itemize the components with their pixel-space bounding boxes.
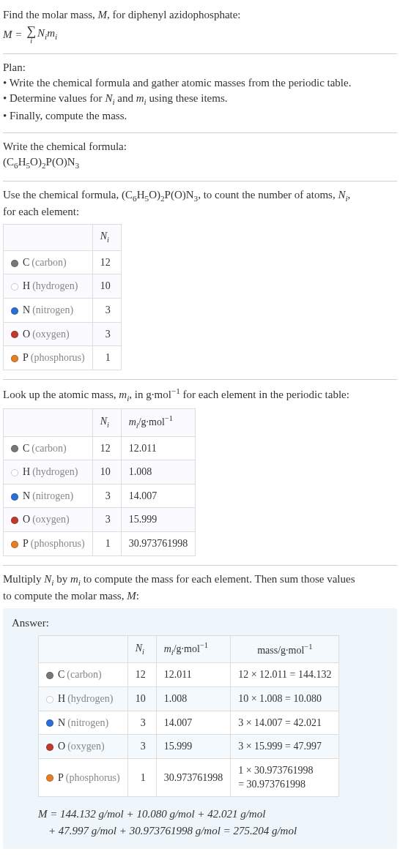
element-swatch (11, 493, 18, 501)
element-name: (hydrogen) (32, 466, 78, 477)
lookup-heading: Look up the atomic mass, mi, in g·mol−1 … (3, 386, 397, 405)
ni-value: 3 (127, 735, 156, 759)
element-swatch (11, 260, 18, 267)
mi-value: 1.008 (121, 460, 196, 484)
mass-value-line2: = 30.973761998 (238, 777, 331, 792)
count-atoms-section: Use the chemical formula, (C6H5O)2P(O)N3… (3, 184, 397, 376)
divider (3, 379, 397, 380)
element-swatch (46, 774, 53, 782)
table-row: N(nitrogen) 3 14.007 3 × 14.007 = 42.021 (39, 711, 339, 735)
mi-value: 14.007 (156, 711, 231, 735)
multiply-heading-line2: to compute the molar mass, M: (3, 588, 397, 604)
ni-value: 3 (92, 484, 121, 508)
table-row: H(hydrogen) 10 1.008 (4, 460, 196, 484)
answer-table: Ni mi/g·mol−1 mass/g·mol−1 C(carbon) 12 … (38, 635, 339, 797)
table-header-ni: Ni (92, 409, 121, 436)
element-swatch (46, 672, 53, 679)
mi-value: 30.973761998 (156, 758, 231, 796)
table-row: O(oxygen) 3 15.999 3 × 15.999 = 47.997 (39, 735, 339, 759)
element-name: (phosphorus) (31, 352, 85, 363)
element-symbol: P (58, 772, 64, 783)
element-swatch (11, 469, 18, 476)
element-swatch (46, 744, 53, 751)
table-header-blank (39, 636, 128, 663)
element-name: (hydrogen) (67, 693, 113, 704)
ni-value: 3 (92, 298, 121, 322)
divider (3, 132, 397, 133)
table-header-mi: mi/g·mol−1 (156, 636, 231, 663)
ni-value: 12 (92, 436, 121, 460)
atomic-mass-table: Ni mi/g·mol−1 C(carbon) 12 12.011 H(hydr… (3, 408, 196, 555)
mi-value: 15.999 (121, 508, 196, 532)
divider (3, 565, 397, 566)
element-symbol: O (23, 329, 30, 340)
element-symbol: C (58, 669, 64, 680)
atom-count-table: Ni C(carbon) 12 H(hydrogen) 10 N(nitroge… (3, 224, 122, 370)
table-header-row: Ni (4, 225, 122, 250)
ni-value: 3 (127, 711, 156, 735)
final-line2: + 47.997 g/mol + 30.973761998 g/mol = 27… (38, 823, 388, 839)
ni-value: 12 (92, 250, 121, 274)
answer-box: Answer: Ni mi/g·mol−1 mass/g·mol−1 C(car… (3, 608, 397, 849)
element-swatch (11, 445, 18, 452)
table-row: P(phosphorus) 1 30.973761998 1 × 30.9737… (39, 758, 339, 796)
ni-value: 10 (92, 460, 121, 484)
element-name: (phosphorus) (66, 772, 120, 783)
problem-text: Find the molar mass, M, for diphenyl azi… (3, 7, 397, 23)
table-row: H(hydrogen) 10 (4, 274, 122, 299)
count-atoms-heading-line2: for each element: (3, 204, 397, 220)
table-row: N(nitrogen) 3 (4, 298, 122, 322)
plan-heading: Plan: (3, 60, 397, 75)
element-symbol: H (23, 280, 30, 291)
table-row: N(nitrogen) 3 14.007 (4, 484, 196, 508)
element-name: (carbon) (32, 443, 66, 454)
ni-value: 12 (127, 663, 156, 687)
element-name: (carbon) (32, 257, 66, 268)
write-formula-heading: Write the chemical formula: (3, 139, 397, 154)
plan-item: • Finally, compute the mass. (3, 108, 397, 124)
mass-value: 1 × 30.973761998 = 30.973761998 (231, 758, 339, 796)
table-header-mass: mass/g·mol−1 (231, 636, 339, 663)
table-header-row: Ni mi/g·mol−1 (4, 409, 196, 436)
final-line1: M = 144.132 g/mol + 10.080 g/mol + 42.02… (38, 806, 388, 823)
element-symbol: P (23, 352, 29, 363)
element-swatch (46, 719, 53, 727)
element-symbol: O (58, 741, 65, 752)
count-atoms-heading: Use the chemical formula, (C6H5O)2P(O)N3… (3, 187, 397, 205)
plan-section: Plan: • Write the chemical formula and g… (3, 57, 397, 130)
mass-value-line1: 1 × 30.973761998 (238, 763, 331, 778)
element-symbol: H (23, 466, 30, 477)
element-symbol: H (58, 693, 65, 704)
element-swatch (11, 331, 18, 338)
element-name: (carbon) (67, 669, 101, 680)
element-name: (phosphorus) (31, 538, 85, 549)
element-swatch (11, 541, 18, 548)
mass-value: 3 × 14.007 = 42.021 (231, 711, 339, 735)
ni-value: 10 (127, 687, 156, 711)
table-row: P(phosphorus) 1 (4, 346, 122, 370)
divider (3, 181, 397, 182)
element-swatch (11, 307, 18, 315)
table-row: C(carbon) 12 12.011 12 × 12.011 = 144.13… (39, 663, 339, 687)
table-row: H(hydrogen) 10 1.008 10 × 1.008 = 10.080 (39, 687, 339, 711)
table-row: O(oxygen) 3 15.999 (4, 508, 196, 532)
element-symbol: N (58, 717, 65, 728)
final-calculation: M = 144.132 g/mol + 10.080 g/mol + 42.02… (38, 806, 388, 839)
element-symbol: N (23, 490, 30, 501)
ni-value: 1 (127, 758, 156, 796)
mass-value: 12 × 12.011 = 144.132 (231, 663, 339, 687)
molar-mass-formula: M = ∑i Nimi (3, 24, 397, 45)
element-symbol: P (23, 538, 29, 549)
divider (3, 53, 397, 54)
element-symbol: C (23, 257, 29, 268)
table-header-blank (4, 409, 93, 436)
table-row: P(phosphorus) 1 30.973761998 (4, 531, 196, 555)
table-header-ni: Ni (92, 225, 121, 250)
multiply-section: Multiply Ni by mi to compute the mass fo… (3, 569, 397, 855)
table-header-blank (4, 225, 93, 250)
ni-value: 1 (92, 531, 121, 555)
mass-value: 3 × 15.999 = 47.997 (231, 735, 339, 759)
table-header-row: Ni mi/g·mol−1 mass/g·mol−1 (39, 636, 339, 663)
element-name: (nitrogen) (67, 717, 108, 728)
element-name: (oxygen) (32, 514, 70, 525)
